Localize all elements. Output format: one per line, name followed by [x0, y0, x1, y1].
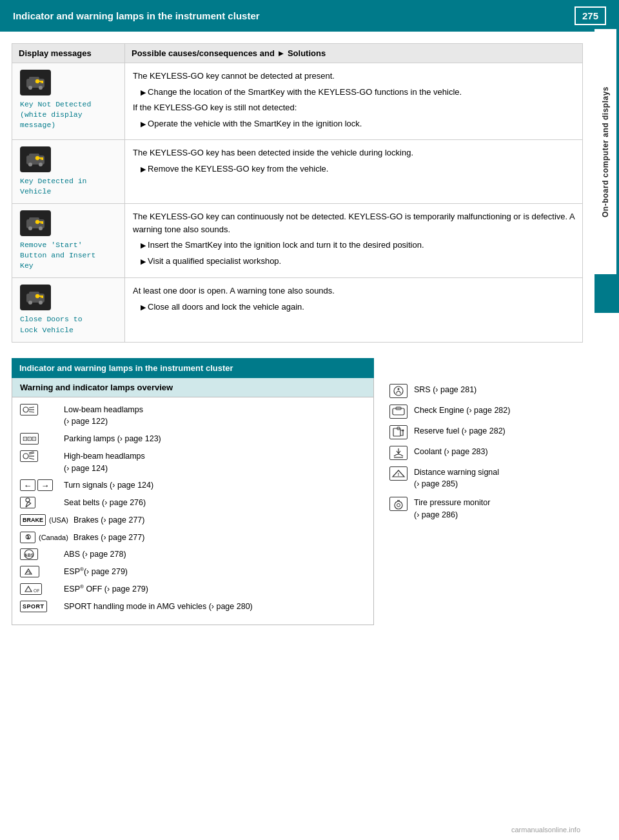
lower-section: Indicator and warning lamps in the instr… [12, 358, 583, 625]
svg-point-49 [398, 388, 400, 390]
remove-start-label: Remove 'Start'Button and InsertKey [20, 240, 95, 271]
abs-icon: ABS [20, 548, 38, 560]
causes-row2: The KEYLESS-GO key has been detected ins… [133, 146, 575, 175]
headlamp-icon [20, 404, 38, 415]
list-item: ⊡⊡⊡ Parking lamps (› page 123) [20, 433, 366, 445]
svg-line-34 [29, 407, 34, 408]
list-item: Seat belts (› page 276) [20, 497, 366, 509]
svg-point-10 [28, 163, 32, 166]
lamps-header: Indicator and warning lamps in the instr… [12, 358, 374, 378]
close-doors-icon [20, 285, 51, 310]
svg-text:!: ! [398, 472, 399, 477]
abs-text: ABS (› page 278) [64, 548, 126, 561]
distance-warning-icon: ! [389, 466, 408, 481]
brake-usa-label: (USA) [49, 516, 68, 524]
brake-usa-text: Brakes (› page 277) [74, 514, 144, 526]
list-item: Check Engine (› page 282) [389, 405, 583, 419]
svg-rect-5 [39, 81, 43, 82]
lamps-subheader: Warning and indicator lamps overview [12, 378, 374, 397]
brake-canada-icon: ① [20, 532, 35, 543]
table-row: Key Detected inVehicle The KEYLESS-GO ke… [12, 140, 583, 204]
svg-point-28 [35, 294, 39, 298]
brake-usa-icon-cell: BRAKE (USA) [20, 514, 68, 526]
list-item: Low-beam headlamps(› page 122) [20, 404, 366, 428]
key-not-detected-icon [20, 70, 51, 95]
close-doors-label: Close Doors toLock Vehicle [20, 314, 83, 335]
svg-point-12 [35, 156, 39, 160]
turn-signals-icon-cell: ← → [20, 479, 59, 491]
svg-rect-14 [42, 159, 43, 160]
list-item: ① (Canada) Brakes (› page 277) [20, 532, 366, 544]
main-content: Display messages Possible causes/consequ… [0, 32, 619, 637]
check-engine-icon [389, 405, 408, 419]
page-header: Indicator and warning lamps in the instr… [0, 0, 619, 32]
watermark: carmanualsonline.info [511, 826, 580, 834]
esp-text: ESP®(› page 279) [64, 566, 128, 578]
headlamp-icon-cell [20, 404, 59, 415]
svg-line-44 [28, 502, 31, 503]
svg-line-35 [29, 412, 34, 412]
key-detected-label: Key Detected inVehicle [20, 176, 87, 197]
svg-point-18 [28, 226, 32, 230]
svg-point-36 [23, 454, 28, 459]
causes-row4: At least one door is open. A warning ton… [133, 285, 575, 313]
display-icon-cell: Remove 'Start'Button and InsertKey [20, 210, 117, 271]
svg-rect-30 [42, 297, 43, 298]
list-item: OFF ESP® OFF (› page 279) [20, 583, 366, 595]
sidebar-accent [594, 274, 619, 313]
abs-icon-cell: ABS [20, 548, 59, 560]
coolant-icon [389, 446, 408, 460]
sport-text: SPORT handling mode in AMG vehicles (› p… [64, 601, 253, 613]
display-icon-cell: Close Doors toLock Vehicle [20, 285, 117, 335]
esp-icon [20, 566, 39, 577]
svg-rect-23 [41, 223, 42, 224]
brake-usa-icon: BRAKE [20, 514, 46, 526]
distance-warning-text: Distance warning signal(› page 285) [414, 466, 499, 491]
seatbelt-icon-cell [20, 497, 59, 508]
lamps-list: Low-beam headlamps(› page 122) ⊡⊡⊡ Parki… [12, 397, 374, 625]
svg-point-4 [35, 79, 39, 83]
key-detected-icon [20, 146, 51, 172]
coolant-text: Coolant (› page 283) [414, 446, 488, 458]
tire-pressure-icon [389, 497, 408, 511]
svg-point-20 [35, 220, 39, 224]
svg-rect-7 [41, 82, 42, 83]
sidebar-label: On-board computer and displays [594, 29, 619, 274]
svg-rect-13 [39, 157, 43, 159]
seatbelt-icon [20, 497, 35, 508]
right-column: SRS (› page 281) Check Engine (› page 28… [389, 358, 583, 625]
parking-icon-cell: ⊡⊡⊡ [20, 433, 59, 445]
seatbelt-text: Seat belts (› page 276) [64, 497, 146, 509]
headlamp-text: Low-beam headlamps(› page 122) [64, 404, 143, 428]
table-row: Remove 'Start'Button and InsertKey The K… [12, 204, 583, 278]
reserve-fuel-text: Reserve fuel (› page 282) [414, 425, 506, 437]
svg-point-27 [39, 301, 43, 305]
brake-canada-label: (Canada) [39, 534, 68, 541]
list-item: High-beam headlamps(› page 124) [20, 450, 366, 475]
parking-lamp-icon: ⊡⊡⊡ [20, 433, 39, 445]
table-row: Close Doors toLock Vehicle At least one … [12, 278, 583, 342]
sport-icon-cell: SPORT [20, 601, 59, 612]
check-engine-text: Check Engine (› page 282) [414, 405, 510, 417]
svg-text:ABS: ABS [25, 553, 34, 557]
svg-point-41 [26, 498, 30, 502]
parking-lamp-text: Parking lamps (› page 123) [64, 433, 161, 445]
svg-point-3 [39, 86, 43, 90]
page-number: 275 [575, 6, 606, 25]
svg-rect-29 [39, 295, 43, 297]
srs-icon [389, 384, 408, 398]
esp-icon-cell [20, 566, 59, 577]
brake-canada-icon-cell: ① (Canada) [20, 532, 68, 543]
svg-rect-31 [41, 297, 42, 298]
key-not-detected-label: Key Not Detected(white displaymessage) [20, 99, 91, 130]
svg-point-54 [402, 429, 404, 431]
turn-right-icon: → [37, 479, 53, 491]
turn-signals-text: Turn signals (› page 124) [64, 479, 153, 492]
brake-canada-text: Brakes (› page 277) [74, 532, 144, 544]
table-row: Key Not Detected(white displaymessage) T… [12, 63, 583, 140]
list-item: Reserve fuel (› page 282) [389, 425, 583, 439]
display-icon-cell: Key Detected inVehicle [20, 146, 117, 197]
tire-pressure-text: Tire pressure monitor(› page 286) [414, 497, 490, 521]
srs-text: SRS (› page 281) [414, 384, 477, 396]
display-icon-cell: Key Not Detected(white displaymessage) [20, 70, 117, 130]
